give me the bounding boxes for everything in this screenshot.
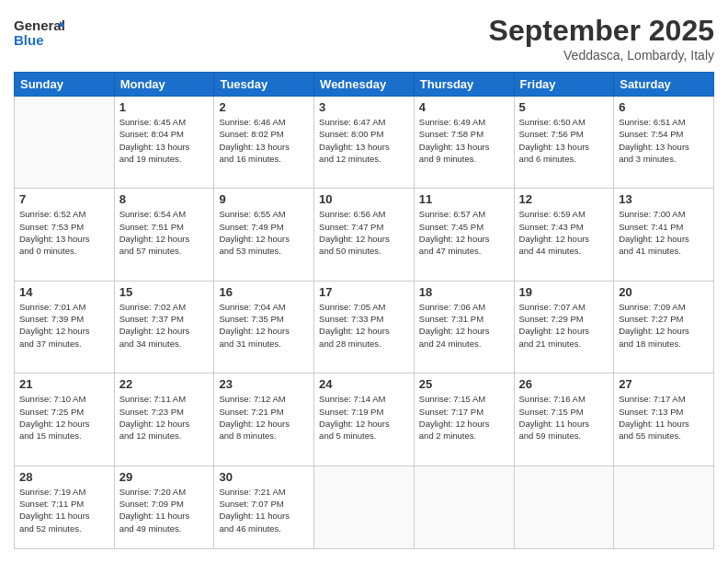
calendar-cell: 6Sunrise: 6:51 AM Sunset: 7:54 PM Daylig… — [614, 97, 714, 189]
calendar-cell: 12Sunrise: 6:59 AM Sunset: 7:43 PM Dayli… — [514, 189, 614, 281]
calendar-cell: 10Sunrise: 6:56 AM Sunset: 7:47 PM Dayli… — [314, 189, 415, 281]
calendar-cell: 13Sunrise: 7:00 AM Sunset: 7:41 PM Dayli… — [614, 189, 714, 281]
title-section: September 2025 Veddasca, Lombardy, Italy — [489, 14, 714, 63]
day-number: 7 — [19, 192, 109, 206]
day-info: Sunrise: 7:15 AM Sunset: 7:17 PM Dayligh… — [419, 393, 509, 442]
day-info: Sunrise: 6:59 AM Sunset: 7:43 PM Dayligh… — [519, 208, 609, 257]
column-header-thursday: Thursday — [414, 73, 514, 97]
day-info: Sunrise: 7:20 AM Sunset: 7:09 PM Dayligh… — [119, 486, 210, 534]
header: General Blue September 2025 Veddasca, Lo… — [14, 14, 714, 63]
day-number: 30 — [219, 470, 309, 484]
day-number: 27 — [619, 377, 709, 391]
calendar-cell: 11Sunrise: 6:57 AM Sunset: 7:45 PM Dayli… — [414, 189, 514, 281]
day-info: Sunrise: 7:11 AM Sunset: 7:23 PM Dayligh… — [119, 393, 210, 442]
calendar-cell: 26Sunrise: 7:16 AM Sunset: 7:15 PM Dayli… — [514, 373, 614, 465]
column-header-sunday: Sunday — [15, 73, 115, 97]
day-number: 20 — [619, 285, 709, 299]
month-title: September 2025 — [489, 14, 714, 48]
day-info: Sunrise: 7:16 AM Sunset: 7:15 PM Dayligh… — [519, 393, 609, 442]
day-number: 2 — [219, 100, 309, 114]
day-number: 19 — [519, 285, 609, 299]
day-number: 21 — [19, 377, 109, 391]
calendar-cell: 22Sunrise: 7:11 AM Sunset: 7:23 PM Dayli… — [114, 373, 214, 465]
day-info: Sunrise: 6:45 AM Sunset: 8:04 PM Dayligh… — [119, 116, 210, 165]
calendar-header-row: SundayMondayTuesdayWednesdayThursdayFrid… — [15, 73, 714, 97]
day-info: Sunrise: 6:49 AM Sunset: 7:58 PM Dayligh… — [419, 116, 509, 165]
day-number: 13 — [619, 192, 709, 206]
day-info: Sunrise: 7:10 AM Sunset: 7:25 PM Dayligh… — [19, 393, 109, 442]
calendar-week-3: 14Sunrise: 7:01 AM Sunset: 7:39 PM Dayli… — [15, 281, 714, 373]
day-info: Sunrise: 7:12 AM Sunset: 7:21 PM Dayligh… — [219, 393, 309, 442]
column-header-saturday: Saturday — [614, 73, 714, 97]
day-number: 3 — [319, 100, 409, 114]
day-info: Sunrise: 7:04 AM Sunset: 7:35 PM Dayligh… — [219, 301, 309, 350]
day-number: 26 — [519, 377, 609, 391]
calendar-cell: 15Sunrise: 7:02 AM Sunset: 7:37 PM Dayli… — [114, 281, 214, 373]
column-header-friday: Friday — [514, 73, 614, 97]
day-number: 11 — [419, 192, 509, 206]
calendar-cell: 21Sunrise: 7:10 AM Sunset: 7:25 PM Dayli… — [15, 373, 115, 465]
day-number: 12 — [519, 192, 609, 206]
calendar-cell: 9Sunrise: 6:55 AM Sunset: 7:49 PM Daylig… — [214, 189, 314, 281]
day-number: 18 — [419, 285, 509, 299]
day-info: Sunrise: 6:57 AM Sunset: 7:45 PM Dayligh… — [419, 208, 509, 257]
day-info: Sunrise: 7:19 AM Sunset: 7:11 PM Dayligh… — [19, 486, 109, 534]
calendar-week-1: 1Sunrise: 6:45 AM Sunset: 8:04 PM Daylig… — [15, 97, 714, 189]
svg-text:General: General — [14, 17, 64, 33]
day-info: Sunrise: 6:50 AM Sunset: 7:56 PM Dayligh… — [519, 116, 609, 165]
calendar-cell — [15, 97, 115, 189]
day-info: Sunrise: 7:02 AM Sunset: 7:37 PM Dayligh… — [119, 301, 210, 350]
calendar-cell: 5Sunrise: 6:50 AM Sunset: 7:56 PM Daylig… — [514, 97, 614, 189]
calendar-cell: 17Sunrise: 7:05 AM Sunset: 7:33 PM Dayli… — [314, 281, 415, 373]
day-info: Sunrise: 6:54 AM Sunset: 7:51 PM Dayligh… — [119, 208, 210, 257]
logo-svg: General Blue — [14, 14, 64, 51]
calendar-table: SundayMondayTuesdayWednesdayThursdayFrid… — [14, 72, 714, 549]
day-number: 6 — [619, 100, 709, 114]
calendar-cell: 16Sunrise: 7:04 AM Sunset: 7:35 PM Dayli… — [214, 281, 314, 373]
calendar-week-2: 7Sunrise: 6:52 AM Sunset: 7:53 PM Daylig… — [15, 189, 714, 281]
day-number: 1 — [119, 100, 210, 114]
calendar-cell: 19Sunrise: 7:07 AM Sunset: 7:29 PM Dayli… — [514, 281, 614, 373]
calendar-cell: 27Sunrise: 7:17 AM Sunset: 7:13 PM Dayli… — [614, 373, 714, 465]
calendar-cell: 20Sunrise: 7:09 AM Sunset: 7:27 PM Dayli… — [614, 281, 714, 373]
calendar-cell: 4Sunrise: 6:49 AM Sunset: 7:58 PM Daylig… — [414, 97, 514, 189]
calendar-cell — [414, 465, 514, 548]
day-number: 29 — [119, 470, 210, 484]
column-header-monday: Monday — [114, 73, 214, 97]
day-info: Sunrise: 7:14 AM Sunset: 7:19 PM Dayligh… — [319, 393, 409, 442]
day-info: Sunrise: 7:07 AM Sunset: 7:29 PM Dayligh… — [519, 301, 609, 350]
day-info: Sunrise: 7:01 AM Sunset: 7:39 PM Dayligh… — [19, 301, 109, 350]
calendar-cell: 18Sunrise: 7:06 AM Sunset: 7:31 PM Dayli… — [414, 281, 514, 373]
day-info: Sunrise: 6:51 AM Sunset: 7:54 PM Dayligh… — [619, 116, 709, 165]
calendar-cell — [514, 465, 614, 548]
calendar-cell: 30Sunrise: 7:21 AM Sunset: 7:07 PM Dayli… — [214, 465, 314, 548]
day-info: Sunrise: 7:17 AM Sunset: 7:13 PM Dayligh… — [619, 393, 709, 442]
calendar-cell — [614, 465, 714, 548]
day-number: 9 — [219, 192, 309, 206]
day-number: 28 — [19, 470, 109, 484]
calendar-cell — [314, 465, 415, 548]
day-number: 23 — [219, 377, 309, 391]
day-info: Sunrise: 6:55 AM Sunset: 7:49 PM Dayligh… — [219, 208, 309, 257]
day-number: 25 — [419, 377, 509, 391]
day-number: 10 — [319, 192, 409, 206]
calendar-cell: 28Sunrise: 7:19 AM Sunset: 7:11 PM Dayli… — [15, 465, 115, 548]
column-header-wednesday: Wednesday — [314, 73, 415, 97]
day-number: 4 — [419, 100, 509, 114]
day-info: Sunrise: 7:09 AM Sunset: 7:27 PM Dayligh… — [619, 301, 709, 350]
calendar-cell: 24Sunrise: 7:14 AM Sunset: 7:19 PM Dayli… — [314, 373, 415, 465]
calendar-cell: 3Sunrise: 6:47 AM Sunset: 8:00 PM Daylig… — [314, 97, 415, 189]
day-info: Sunrise: 7:06 AM Sunset: 7:31 PM Dayligh… — [419, 301, 509, 350]
location: Veddasca, Lombardy, Italy — [489, 48, 714, 63]
calendar-week-5: 28Sunrise: 7:19 AM Sunset: 7:11 PM Dayli… — [15, 465, 714, 548]
day-number: 22 — [119, 377, 210, 391]
svg-text:Blue: Blue — [14, 32, 44, 48]
day-number: 24 — [319, 377, 409, 391]
day-number: 15 — [119, 285, 210, 299]
calendar-cell: 8Sunrise: 6:54 AM Sunset: 7:51 PM Daylig… — [114, 189, 214, 281]
day-number: 17 — [319, 285, 409, 299]
day-info: Sunrise: 6:47 AM Sunset: 8:00 PM Dayligh… — [319, 116, 409, 165]
calendar-cell: 25Sunrise: 7:15 AM Sunset: 7:17 PM Dayli… — [414, 373, 514, 465]
day-number: 5 — [519, 100, 609, 114]
day-info: Sunrise: 7:00 AM Sunset: 7:41 PM Dayligh… — [619, 208, 709, 257]
